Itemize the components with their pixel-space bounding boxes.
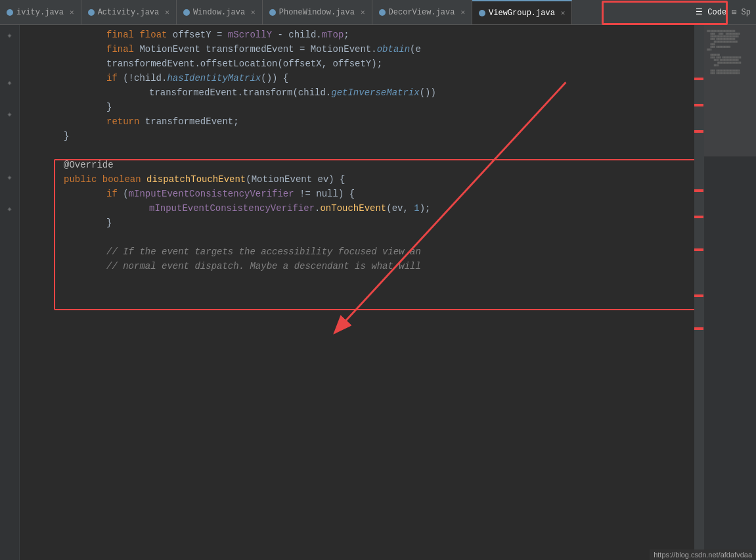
keyword: if bbox=[106, 71, 118, 85]
split-view-btn[interactable]: ⊞ Sp bbox=[732, 7, 751, 17]
code-line-2: final MotionEvent transformedEvent = Mot… bbox=[20, 42, 694, 57]
code-area: ◈ ◈ ◈ ◈ ◈ final float offsetY = mScrollY… bbox=[0, 25, 756, 560]
annotation: @Override bbox=[64, 158, 114, 172]
keyword: return bbox=[106, 114, 139, 129]
code-text: ); bbox=[420, 201, 431, 216]
variable: mScrollY bbox=[228, 28, 272, 42]
tab-activity-prev[interactable]: ivity.java ✕ bbox=[0, 0, 81, 25]
tab-dot bbox=[183, 9, 190, 16]
tab-label: DecorView.java bbox=[389, 8, 455, 17]
code-view-label: Code bbox=[707, 8, 726, 17]
url-text: https://blog.csdn.net/afdafvdaa bbox=[654, 551, 752, 559]
breakpoint-area: ◈ bbox=[3, 171, 16, 184]
tab-activity[interactable]: Activity.java ✕ bbox=[81, 0, 177, 25]
method-ref: obtain bbox=[377, 42, 410, 57]
scroll-marker-1 bbox=[694, 78, 703, 80]
breakpoint-area bbox=[3, 234, 16, 247]
code-text: != null) { bbox=[294, 187, 355, 201]
code-view-btn[interactable]: ☰ Code bbox=[696, 7, 726, 17]
breakpoint-area: ◈ bbox=[3, 108, 16, 121]
code-text: } bbox=[106, 216, 112, 230]
number: 1 bbox=[414, 201, 419, 216]
scroll-marker-7 bbox=[694, 294, 703, 297]
split-view-label: Sp bbox=[742, 8, 751, 17]
code-line-4: if (!child. hasIdentityMatrix ()) { bbox=[20, 71, 694, 85]
code-line-10: @Override bbox=[20, 158, 694, 172]
code-text: MotionEvent transformedEvent = MotionEve… bbox=[134, 42, 377, 57]
code-text: ( bbox=[118, 187, 129, 201]
tab-dot bbox=[7, 9, 13, 16]
tab-dot bbox=[479, 10, 485, 16]
code-line-spacer2 bbox=[20, 230, 694, 245]
code-text: transformedEvent.offsetLocation(offsetX,… bbox=[106, 57, 382, 71]
tab-dot bbox=[88, 9, 95, 16]
tab-window[interactable]: Window.java ✕ bbox=[177, 0, 263, 25]
code-line-17: // normal event dispatch. Maybe a descen… bbox=[20, 259, 694, 273]
keyword: final bbox=[106, 28, 134, 42]
breakpoint-area bbox=[3, 92, 16, 105]
code-line-1: final float offsetY = mScrollY - child. … bbox=[20, 28, 694, 42]
comment: // normal event dispatch. Maybe a descen… bbox=[106, 259, 421, 273]
scroll-marker-2 bbox=[694, 104, 703, 106]
code-text: (e bbox=[410, 42, 421, 57]
breakpoint-area bbox=[3, 139, 16, 152]
code-text: ()) bbox=[420, 85, 436, 100]
breakpoint-area bbox=[3, 60, 16, 74]
code-line-5: transformedEvent.transform(child. getInv… bbox=[20, 85, 694, 100]
tab-dot bbox=[269, 9, 276, 16]
code-text: - child. bbox=[272, 28, 322, 42]
tab-label: PhoneWindow.java bbox=[279, 8, 355, 17]
tab-close-icon[interactable]: ✕ bbox=[165, 8, 169, 16]
code-text: ; bbox=[344, 28, 349, 42]
tab-close-icon[interactable]: ✕ bbox=[460, 8, 465, 16]
code-text: } bbox=[64, 129, 69, 143]
code-line-12: if ( mInputEventConsistencyVerifier != n… bbox=[20, 187, 694, 201]
url-strip: https://blog.csdn.net/afdafvdaa bbox=[650, 549, 756, 560]
variable: mInputEventConsistencyVerifier bbox=[129, 187, 294, 201]
function-name: onTouchEvent bbox=[320, 201, 386, 216]
minimap[interactable]: ████████████████████████ ████ ████ █████… bbox=[703, 25, 756, 560]
scroll-marker-6 bbox=[694, 248, 703, 251]
tab-close-icon[interactable]: ✕ bbox=[361, 8, 365, 16]
method-ref: getInverseMatrix bbox=[331, 85, 419, 100]
method-ref: hasIdentityMatrix bbox=[167, 71, 261, 85]
code-line-13: mInputEventConsistencyVerifier . onTouch… bbox=[20, 201, 694, 216]
tab-close-icon[interactable]: ✕ bbox=[251, 8, 256, 16]
code-line-8: } bbox=[20, 129, 694, 143]
code-line-3: transformedEvent.offsetLocation(offsetX,… bbox=[20, 57, 694, 71]
code-text: (ev, bbox=[386, 201, 414, 216]
code-line-7: return transformedEvent; bbox=[20, 114, 694, 129]
code-text: transformedEvent; bbox=[139, 114, 238, 129]
tab-label: ViewGroup.java bbox=[489, 9, 555, 18]
code-text: . bbox=[315, 201, 320, 216]
breakpoint-area bbox=[3, 266, 16, 279]
keyword: if bbox=[106, 187, 118, 201]
breakpoint-area: ◈ bbox=[3, 29, 16, 42]
scroll-marker-5 bbox=[694, 216, 703, 218]
breakpoint-area bbox=[3, 45, 16, 58]
tab-decorview[interactable]: DecorView.java ✕ bbox=[372, 0, 472, 25]
scroll-marker-8 bbox=[694, 327, 703, 330]
code-line-16: // If the event targets the accessibilit… bbox=[20, 245, 694, 259]
breakpoint-area: ◈ bbox=[3, 76, 16, 89]
tab-close-icon[interactable]: ✕ bbox=[561, 9, 566, 17]
breakpoint-area bbox=[3, 281, 16, 294]
code-text: } bbox=[106, 100, 112, 114]
code-text bbox=[97, 172, 102, 187]
code-text: transformedEvent.transform(child. bbox=[149, 85, 331, 100]
tab-phonewindow[interactable]: PhoneWindow.java ✕ bbox=[263, 0, 372, 25]
variable: mInputEventConsistencyVerifier bbox=[149, 201, 315, 216]
variable: mTop bbox=[322, 28, 344, 42]
tab-label: Window.java bbox=[193, 8, 245, 17]
keyword: public bbox=[64, 172, 97, 187]
tab-close-icon[interactable]: ✕ bbox=[70, 8, 74, 16]
tab-viewgroup[interactable]: ViewGroup.java ✕ bbox=[472, 0, 572, 25]
keyword: final bbox=[106, 42, 134, 57]
editor-content[interactable]: final float offsetY = mScrollY - child. … bbox=[20, 25, 694, 560]
breakpoint-area bbox=[3, 187, 16, 200]
code-line-spacer bbox=[20, 143, 694, 158]
code-text: ()) { bbox=[261, 71, 288, 85]
comment: // If the event targets the accessibilit… bbox=[106, 245, 421, 259]
editor-scrollbar[interactable] bbox=[694, 25, 703, 560]
code-text bbox=[134, 28, 139, 42]
